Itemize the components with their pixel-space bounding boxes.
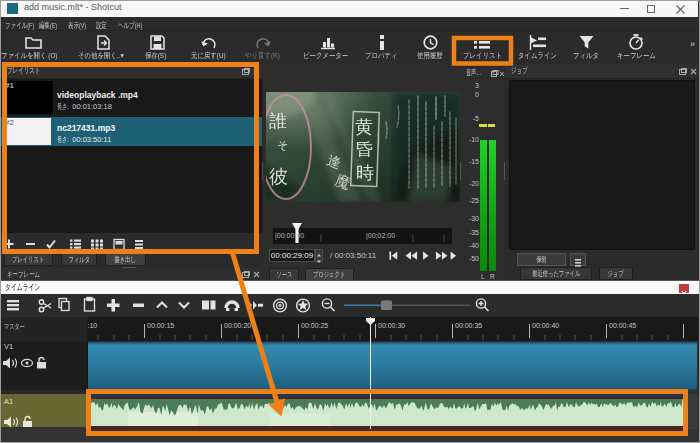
svg-text:誰: 誰: [269, 111, 287, 131]
svg-text:黄: 黄: [355, 117, 373, 137]
svg-text:そ: そ: [277, 139, 288, 151]
svg-text:昏: 昏: [356, 140, 373, 159]
svg-text:時: 時: [356, 163, 374, 183]
svg-text:彼: 彼: [269, 166, 288, 187]
